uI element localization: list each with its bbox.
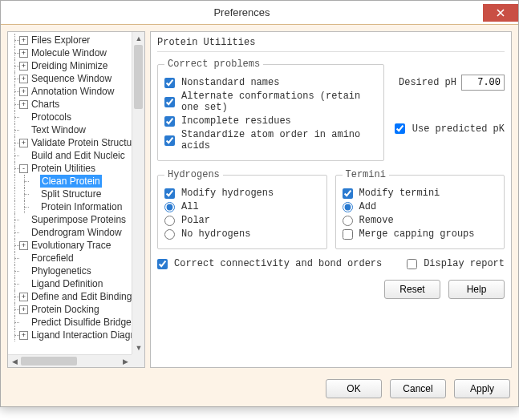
tree-item[interactable]: Ligand Definition (10, 277, 132, 290)
expand-icon[interactable]: + (19, 75, 28, 83)
tree-item[interactable]: Superimpose Proteins (10, 213, 132, 226)
content-area: +Files Explorer+Molecule Window+Dreiding… (1, 25, 518, 374)
expand-icon[interactable]: + (19, 241, 28, 250)
tree-item[interactable]: Protein Information (10, 200, 132, 213)
alternate-conformations-checkbox[interactable] (164, 97, 175, 107)
incomplete-residues-label[interactable]: Incomplete residues (181, 115, 291, 127)
settings-panel: Protein Utilities Correct problems Nonst… (150, 31, 512, 368)
expand-icon[interactable]: + (19, 49, 28, 58)
tree-item[interactable]: Text Window (10, 123, 132, 136)
tree-item-label: Annotation Window (30, 85, 114, 98)
termini-remove-label[interactable]: Remove (359, 215, 394, 226)
scroll-thumb[interactable] (134, 45, 143, 109)
scroll-up-icon[interactable]: ▲ (132, 32, 145, 45)
termini-remove-radio[interactable] (343, 216, 353, 226)
scroll-hthumb[interactable] (21, 357, 77, 365)
tree-item[interactable]: Split Structure (10, 188, 132, 200)
expand-icon[interactable]: + (19, 293, 28, 301)
tree-item[interactable]: Predict Disulfide Bridges (10, 316, 132, 329)
termini-group: Termini Modify termini Add Remove Merge … (335, 169, 505, 249)
tree-item-label: Phylogenetics (30, 265, 91, 277)
tree-item[interactable]: +Ligand Interaction Diagram (10, 329, 132, 341)
alternate-conformations-label[interactable]: Alternate conformations (retain one set) (181, 91, 377, 113)
nonstandard-names-checkbox[interactable] (164, 78, 175, 88)
tree-item[interactable]: +Molecule Window (10, 46, 132, 59)
tree-item[interactable]: +Protein Docking (10, 303, 132, 316)
scroll-down-icon[interactable]: ▼ (132, 341, 145, 354)
tree-item-label: Evolutionary Trace (30, 239, 111, 252)
expand-icon[interactable]: + (19, 331, 28, 340)
tree-item-label: Split Structure (40, 188, 101, 200)
termini-legend: Termini (343, 169, 389, 180)
tree-item-label: Dreiding Minimize (30, 59, 107, 72)
expand-icon[interactable]: + (19, 87, 28, 96)
tree-item[interactable]: +Validate Protein Structure (10, 136, 132, 149)
hydrogens-polar-radio[interactable] (164, 216, 175, 226)
ok-button[interactable]: OK (326, 379, 382, 398)
hydrogens-all-label[interactable]: All (181, 201, 199, 212)
tree-item[interactable]: +Define and Edit Binding (10, 290, 132, 303)
tree-item[interactable]: +Charts (10, 98, 132, 111)
hydrogens-none-radio[interactable] (164, 229, 175, 240)
standardize-atom-order-label[interactable]: Standardize atom order in amino acids (181, 129, 377, 151)
collapse-icon[interactable]: - (19, 164, 28, 173)
tree-item[interactable]: Protocols (10, 111, 132, 123)
modify-termini-checkbox[interactable] (343, 188, 353, 199)
tree-item-label: Build and Edit Nucleic (30, 149, 125, 162)
hydrogens-legend: Hydrogens (164, 169, 223, 180)
close-button[interactable] (483, 4, 518, 22)
expand-icon[interactable]: + (19, 100, 28, 109)
tree-item[interactable]: +Dreiding Minimize (10, 59, 132, 72)
modify-termini-label[interactable]: Modify termini (359, 188, 440, 199)
use-predicted-pk-label[interactable]: Use predicted pK (412, 123, 505, 135)
nonstandard-names-label[interactable]: Nonstandard names (181, 77, 279, 88)
termini-add-radio[interactable] (343, 202, 353, 212)
apply-button[interactable]: Apply (454, 379, 510, 398)
expand-icon[interactable]: + (19, 62, 28, 71)
merge-capping-label[interactable]: Merge capping groups (359, 228, 475, 240)
reset-button[interactable]: Reset (384, 280, 440, 299)
display-report-checkbox[interactable] (407, 259, 417, 269)
tree-item-label: Superimpose Proteins (30, 213, 126, 226)
category-tree[interactable]: +Files Explorer+Molecule Window+Dreiding… (7, 31, 145, 368)
modify-hydrogens-checkbox[interactable] (164, 188, 175, 199)
help-button[interactable]: Help (448, 280, 505, 299)
use-predicted-pk-checkbox[interactable] (395, 123, 405, 134)
incomplete-residues-checkbox[interactable] (164, 116, 175, 127)
merge-capping-checkbox[interactable] (343, 229, 353, 240)
correct-connectivity-label[interactable]: Correct connectivity and bond orders (174, 258, 382, 269)
hydrogens-none-label[interactable]: No hydrogens (181, 228, 250, 240)
titlebar: Preferences (1, 1, 518, 25)
display-report-label[interactable]: Display report (424, 258, 505, 269)
tree-item[interactable]: Dendrogram Window (10, 226, 132, 239)
scroll-left-icon[interactable]: ◀ (8, 355, 21, 368)
termini-add-label[interactable]: Add (359, 201, 377, 212)
tree-item[interactable]: +Annotation Window (10, 85, 132, 98)
tree-item-label: Forcefield (30, 252, 74, 265)
use-predicted-pk-row: Use predicted pK (391, 121, 505, 136)
standardize-atom-order-checkbox[interactable] (164, 135, 175, 146)
modify-hydrogens-label[interactable]: Modify hydrogens (181, 188, 274, 199)
scroll-right-icon[interactable]: ▶ (119, 355, 132, 368)
hydrogens-all-radio[interactable] (164, 202, 175, 212)
expand-icon[interactable]: + (19, 139, 28, 147)
tree-item-label: Sequence Window (30, 72, 112, 85)
tree-item[interactable]: Phylogenetics (10, 265, 132, 277)
tree-item[interactable]: +Evolutionary Trace (10, 239, 132, 252)
tree-item[interactable]: Forcefield (10, 252, 132, 265)
expand-icon[interactable]: + (19, 36, 28, 45)
cancel-button[interactable]: Cancel (390, 379, 446, 398)
tree-vscrollbar[interactable]: ▲ ▼ (132, 32, 144, 354)
desired-ph-input[interactable] (461, 75, 505, 91)
tree-item[interactable]: -Protein Utilities (10, 162, 132, 175)
tree-hscrollbar[interactable]: ◀ ▶ (8, 354, 132, 367)
tree-item[interactable]: +Sequence Window (10, 72, 132, 85)
expand-icon[interactable]: + (19, 305, 28, 314)
correct-connectivity-checkbox[interactable] (157, 259, 168, 269)
window-title: Preferences (1, 6, 483, 18)
hydrogens-polar-label[interactable]: Polar (181, 215, 210, 226)
tree-item[interactable]: Clean Protein (10, 175, 132, 188)
tree-item-label: Protein Docking (30, 303, 99, 316)
tree-item[interactable]: Build and Edit Nucleic (10, 149, 132, 162)
tree-item[interactable]: +Files Explorer (10, 34, 132, 46)
